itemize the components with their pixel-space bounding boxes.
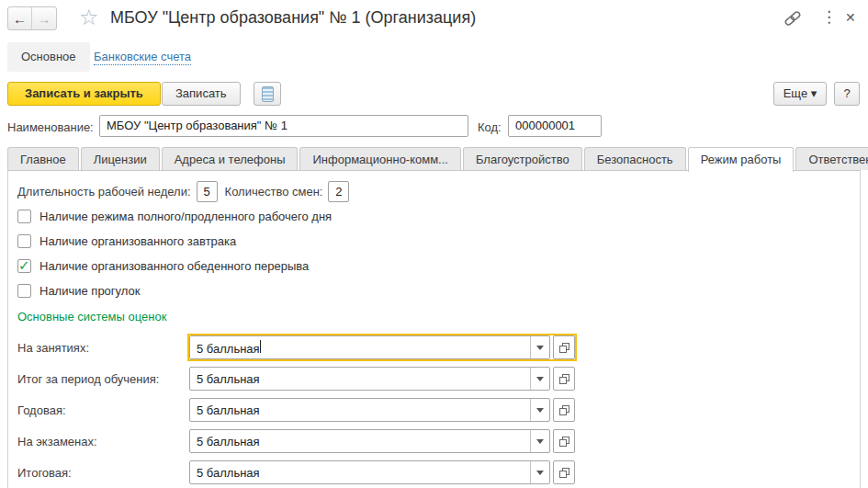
grade-exams-select[interactable]: 5 балльная bbox=[189, 429, 550, 453]
tab-adresa-i-telefony[interactable]: Адреса и телефоны bbox=[162, 147, 299, 170]
grade-annual-value: 5 балльная bbox=[190, 403, 530, 417]
grading-systems-heading: Основные системы оценок bbox=[17, 310, 860, 328]
checkbox-lunch-break[interactable]: ✓ bbox=[17, 259, 31, 273]
open-value-button[interactable] bbox=[553, 429, 575, 453]
bank-accounts-link[interactable]: Банковские счета bbox=[94, 50, 191, 65]
checkbox-breakfast-label: Наличие организованного завтрака bbox=[39, 234, 236, 248]
dropdown-button[interactable] bbox=[530, 368, 549, 390]
tab-bezopasnost[interactable]: Безопасность bbox=[584, 147, 686, 170]
name-input[interactable]: МБОУ "Центр образования" № 1 bbox=[99, 115, 468, 137]
checkbox-walks-label: Наличие прогулок bbox=[39, 284, 140, 298]
back-icon: ← bbox=[13, 11, 27, 27]
open-value-button[interactable] bbox=[553, 460, 575, 484]
open-in-window-icon bbox=[558, 404, 570, 416]
dropdown-button[interactable] bbox=[530, 336, 549, 358]
dropdown-button[interactable] bbox=[530, 430, 549, 452]
card-file-button[interactable] bbox=[254, 82, 281, 106]
grade-lessons-combo-wrap: 5 балльная bbox=[189, 335, 575, 359]
schedule-row: Длительность рабочей недели: 5 Количеств… bbox=[17, 179, 860, 203]
grade-annual-select[interactable]: 5 балльная bbox=[189, 398, 550, 422]
code-input[interactable]: 000000001 bbox=[508, 115, 602, 137]
favorite-star-icon[interactable]: ☆ bbox=[79, 5, 99, 30]
week-length-label: Длительность рабочей недели: bbox=[17, 185, 191, 199]
grade-lessons-select[interactable]: 5 балльная bbox=[189, 335, 550, 359]
section-tab-main[interactable]: Основное bbox=[7, 42, 90, 72]
open-in-window-icon bbox=[558, 342, 570, 354]
grade-final-combo-wrap: 5 балльная bbox=[189, 460, 575, 484]
checkbox-row-extended-day: ✓ Наличие режима полного/продленного раб… bbox=[17, 204, 860, 228]
close-icon[interactable]: ✕ bbox=[845, 10, 856, 25]
checkbox-extended-day-label: Наличие режима полного/продленного рабоч… bbox=[39, 210, 332, 223]
grade-period-total-combo-wrap: 5 балльная bbox=[189, 367, 575, 391]
grade-lessons-value: 5 балльная bbox=[190, 340, 530, 356]
grade-exams-value: 5 балльная bbox=[190, 435, 530, 448]
code-field-label: Код: bbox=[478, 117, 502, 139]
chevron-down-icon bbox=[536, 439, 544, 444]
more-actions-button[interactable]: Еще ▾ bbox=[773, 82, 827, 106]
history-nav: ← → bbox=[7, 6, 57, 30]
week-length-input[interactable]: 5 bbox=[197, 181, 218, 202]
shift-count-label: Количество смен: bbox=[225, 185, 323, 199]
checkbox-row-lunch-break: ✓ Наличие организованного обеденного пер… bbox=[17, 254, 860, 278]
card-file-icon bbox=[262, 86, 274, 102]
checkbox-lunch-break-label: Наличие организованного обеденного перер… bbox=[39, 259, 309, 273]
grade-period-total-value: 5 балльная bbox=[190, 372, 530, 386]
copy-link-icon[interactable] bbox=[783, 11, 803, 28]
grade-final-label: Итоговая: bbox=[17, 466, 189, 480]
dropdown-button[interactable] bbox=[530, 399, 549, 421]
grade-row-final: Итоговая: 5 балльная bbox=[17, 460, 860, 484]
back-button[interactable]: ← bbox=[8, 7, 32, 29]
organization-card-window: ← → ☆ МБОУ "Центр образования" № 1 (Орга… bbox=[0, 0, 868, 488]
checkbox-breakfast[interactable]: ✓ bbox=[17, 234, 31, 248]
chevron-down-icon bbox=[536, 346, 544, 350]
shift-count-input[interactable]: 2 bbox=[328, 181, 349, 202]
tab-informatsionno-komm[interactable]: Информационно-комм... bbox=[299, 147, 460, 170]
tab-rezhim-raboty[interactable]: Режим работы bbox=[688, 147, 795, 172]
checkbox-row-walks: ✓ Наличие прогулок bbox=[17, 278, 860, 302]
chevron-down-icon bbox=[536, 471, 544, 475]
grade-lessons-label: На занятиях: bbox=[17, 341, 189, 355]
tab-glavnoe[interactable]: Главное bbox=[7, 147, 79, 170]
check-icon: ✓ bbox=[18, 257, 30, 274]
checkbox-extended-day[interactable]: ✓ bbox=[17, 210, 31, 223]
work-mode-panel: Длительность рабочей недели: 5 Количеств… bbox=[7, 171, 861, 488]
help-button[interactable]: ? bbox=[834, 82, 860, 106]
open-in-window-icon bbox=[558, 467, 570, 479]
grade-row-exams: На экзаменах: 5 балльная bbox=[17, 429, 860, 453]
forward-icon: → bbox=[38, 11, 51, 27]
open-value-button[interactable] bbox=[553, 398, 575, 422]
grade-final-select[interactable]: 5 балльная bbox=[189, 460, 550, 484]
grade-row-lessons: На занятиях: 5 балльная bbox=[17, 335, 860, 359]
checkbox-row-breakfast: ✓ Наличие организованного завтрака bbox=[17, 229, 860, 253]
tab-litsenzii[interactable]: Лицензии bbox=[81, 147, 160, 170]
chevron-down-icon bbox=[536, 377, 544, 381]
grade-final-value: 5 балльная bbox=[190, 466, 530, 480]
grade-annual-combo-wrap: 5 балльная bbox=[189, 398, 575, 422]
checkbox-walks[interactable]: ✓ bbox=[17, 284, 31, 298]
open-value-button[interactable] bbox=[553, 335, 575, 359]
forward-button[interactable]: → bbox=[32, 7, 56, 29]
chevron-down-icon bbox=[536, 408, 544, 413]
grade-period-total-label: Итог за период обучения: bbox=[17, 372, 189, 386]
grade-exams-combo-wrap: 5 балльная bbox=[189, 429, 575, 453]
grade-annual-label: Годовая: bbox=[17, 403, 189, 417]
grade-row-annual: Годовая: 5 балльная bbox=[17, 398, 860, 422]
open-in-window-icon bbox=[558, 373, 570, 385]
dropdown-button[interactable] bbox=[530, 461, 549, 483]
grade-row-period-total: Итог за период обучения: 5 балльная bbox=[17, 367, 860, 391]
text-caret bbox=[260, 340, 261, 353]
tab-blagoustroystvo[interactable]: Благоустройство bbox=[463, 147, 582, 170]
page-title: МБОУ "Центр образования" № 1 (Организаци… bbox=[110, 8, 476, 28]
more-menu-icon[interactable]: ⋮ bbox=[821, 9, 837, 26]
tabbar: Главное Лицензии Адреса и телефоны Инфор… bbox=[7, 147, 861, 171]
name-field-label: Наименование: bbox=[7, 117, 94, 139]
tab-otvetstvennye-litsa[interactable]: Ответственные лица bbox=[795, 147, 868, 170]
save-and-close-button[interactable]: Записать и закрыть bbox=[7, 82, 161, 106]
open-in-window-icon bbox=[558, 436, 570, 448]
open-value-button[interactable] bbox=[553, 367, 575, 391]
grade-period-total-select[interactable]: 5 балльная bbox=[189, 367, 550, 391]
grade-exams-label: На экзаменах: bbox=[17, 435, 189, 448]
save-button[interactable]: Записать bbox=[162, 82, 241, 106]
